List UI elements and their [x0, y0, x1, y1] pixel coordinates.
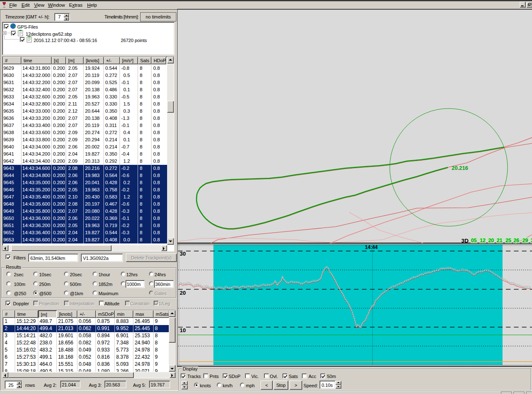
svg-text:20: 20 [488, 238, 494, 243]
svg-text:30: 30 [180, 251, 186, 257]
svg-text:26: 26 [513, 238, 519, 243]
svg-text:20.216: 20.216 [452, 165, 468, 171]
svg-text:29: 29 [522, 238, 528, 243]
svg-text:21: 21 [497, 238, 503, 243]
svg-text:25: 25 [505, 238, 511, 243]
svg-text:14:44: 14:44 [365, 244, 378, 250]
svg-text:20: 20 [180, 290, 186, 296]
svg-text:10: 10 [180, 327, 186, 333]
svg-text:05: 05 [471, 238, 477, 243]
svg-text:12: 12 [480, 238, 486, 243]
svg-text:3D: 3D [461, 238, 468, 244]
